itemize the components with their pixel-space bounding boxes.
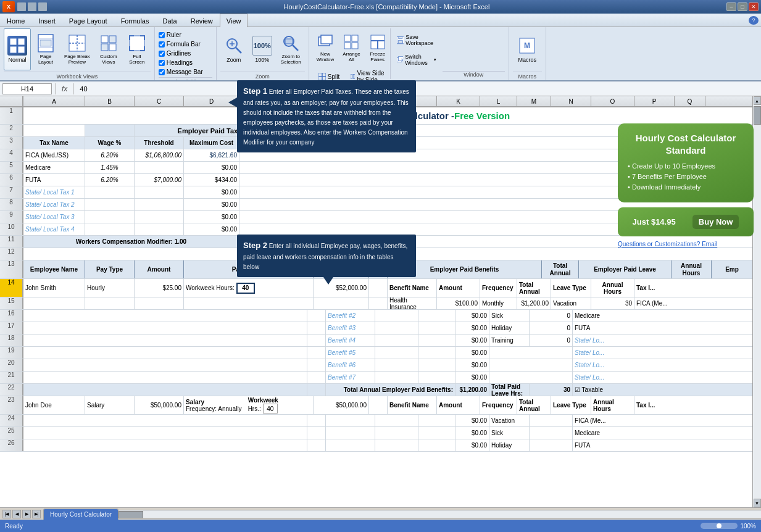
macros-button[interactable]: M Macros (514, 28, 541, 70)
normal-view-button[interactable]: Normal (4, 28, 31, 70)
ruler-checkbox-row[interactable]: Ruler (159, 31, 212, 38)
cell-K18[interactable] (375, 335, 418, 346)
cell-M21[interactable]: $0.00 (455, 372, 489, 383)
formula-bar-checkbox[interactable] (159, 41, 165, 48)
zoom-slider-thumb[interactable] (717, 523, 721, 528)
cell-O25[interactable] (530, 427, 573, 439)
gridlines-checkbox-row[interactable]: Gridlines (159, 50, 212, 57)
questions-link[interactable]: Questions or Customizations? Email (618, 241, 717, 247)
page-break-preview-button[interactable]: Page BreakPreview (60, 28, 94, 70)
cell-K15[interactable]: $100.00 (437, 297, 480, 309)
help-icon[interactable]: ? (749, 16, 759, 25)
cell-I17[interactable] (307, 322, 326, 334)
cell-C23[interactable]: $50,000.00 (135, 396, 184, 414)
cell-I16[interactable] (307, 310, 326, 322)
cells-24[interactable] (23, 415, 307, 426)
col-M-header[interactable]: M (517, 96, 551, 106)
cell-M25[interactable]: $0.00 (455, 427, 489, 439)
close-button[interactable]: ✕ (749, 2, 759, 11)
cell-P19[interactable]: State/ Lo... (573, 347, 752, 359)
cell-J16[interactable]: Benefit #2 (326, 310, 375, 322)
custom-views-button[interactable]: CustomViews (95, 28, 122, 70)
maximize-button[interactable]: □ (738, 2, 747, 11)
cell-C9[interactable] (135, 211, 184, 223)
cell-J20[interactable]: Benefit #6 (326, 359, 375, 371)
cells-A-H-21[interactable] (23, 372, 307, 383)
cell-B10[interactable] (85, 223, 135, 235)
cell-K19[interactable] (375, 347, 418, 359)
cell-L15[interactable]: Monthly (480, 297, 517, 309)
cell-J21[interactable]: Benefit #7 (326, 372, 375, 383)
cell-H23[interactable]: $50,000.00 (314, 396, 369, 414)
sheet-prev-button[interactable]: ◀ (12, 510, 21, 518)
cell-C8[interactable] (135, 199, 184, 210)
cell-M16[interactable]: $0.00 (455, 310, 489, 322)
cell-D8[interactable]: $0.00 (184, 199, 239, 210)
cell-N21[interactable] (489, 372, 573, 383)
save-icon[interactable] (17, 2, 26, 11)
cell-A8[interactable]: State/ Local Tax 2 (23, 199, 85, 210)
cell-K20[interactable] (375, 359, 418, 371)
cell-P16[interactable]: Medicare (573, 310, 752, 322)
col-P-header[interactable]: P (634, 96, 675, 106)
scroll-down-button[interactable]: ▼ (754, 499, 761, 507)
headings-checkbox-row[interactable]: Headings (159, 59, 212, 66)
cell-M19[interactable]: $0.00 (455, 347, 489, 359)
cell-D15[interactable] (184, 297, 314, 309)
cell-L20[interactable] (418, 359, 455, 371)
sheet-last-button[interactable]: ▶| (32, 510, 41, 518)
minimize-button[interactable]: – (726, 2, 736, 11)
zoom-to-selection-button[interactable]: Zoom toSelection (277, 28, 305, 70)
cell-I24[interactable] (307, 415, 326, 426)
cell-I15[interactable] (369, 297, 388, 309)
scroll-thumb[interactable] (754, 106, 761, 125)
horizontal-scrollbar[interactable] (119, 510, 761, 518)
cell-K16[interactable] (375, 310, 418, 322)
col-K-header[interactable]: K (437, 96, 480, 106)
cell-B8[interactable] (85, 199, 135, 210)
cell-M15[interactable]: $1,200.00 (517, 297, 551, 309)
cell-I19[interactable] (307, 347, 326, 359)
gridlines-checkbox[interactable] (159, 51, 165, 57)
cell-A23[interactable]: John Doe (23, 396, 85, 414)
cell-P25[interactable]: Medicare (573, 427, 752, 439)
cell-B5[interactable]: 1.45% (85, 162, 135, 173)
formula-input[interactable] (77, 83, 759, 94)
zoom-button[interactable]: Zoom (220, 28, 247, 70)
split-button[interactable]: Split (315, 68, 343, 81)
cell-N15[interactable]: Vacation (551, 297, 591, 309)
cell-L21[interactable] (418, 372, 455, 383)
cell-C15[interactable] (135, 297, 184, 309)
tab-formulas[interactable]: Formulas (114, 14, 156, 27)
cell-A15[interactable] (23, 297, 85, 309)
cell-A9[interactable]: State/ Local Tax 3 (23, 211, 85, 223)
tab-home[interactable]: Home (0, 14, 31, 27)
cell-O18[interactable]: 0 (530, 335, 573, 346)
cell-C7[interactable] (135, 186, 184, 198)
message-bar-checkbox-row[interactable]: Message Bar (159, 69, 212, 75)
cell-L17[interactable] (418, 322, 455, 334)
cell-N24[interactable]: Vacation (489, 415, 530, 426)
buy-button[interactable]: Just $14.95 Buy Now (618, 207, 754, 236)
cell-J17[interactable]: Benefit #3 (326, 322, 375, 334)
cell-N26[interactable]: Holiday (489, 439, 530, 451)
cell-A5[interactable]: Medicare (23, 162, 85, 173)
cell-O16[interactable]: 0 (530, 310, 573, 322)
cell-A6[interactable]: FUTA (23, 174, 85, 186)
col-Q-header[interactable]: Q (675, 96, 705, 106)
cell-O24[interactable] (530, 415, 573, 426)
arrange-all-button[interactable]: ArrangeAll (339, 30, 364, 67)
cell-B23[interactable]: Salary (85, 396, 135, 414)
col-B-header[interactable]: B (85, 96, 135, 106)
cells-A-H-18[interactable] (23, 335, 307, 346)
cell-P21[interactable]: State/ Lo... (573, 372, 752, 383)
cell-J18[interactable]: Benefit #4 (326, 335, 375, 346)
cell-M26[interactable]: $0.00 (455, 439, 489, 451)
col-O-header[interactable]: O (591, 96, 634, 106)
cell-M18[interactable]: $0.00 (455, 335, 489, 346)
cell-D5[interactable]: $0.00 (184, 162, 239, 173)
cell-B2[interactable] (85, 125, 135, 136)
cell-N17[interactable]: Holiday (489, 322, 530, 334)
cell-P17[interactable]: FUTA (573, 322, 752, 334)
cell-N20[interactable] (489, 359, 573, 371)
